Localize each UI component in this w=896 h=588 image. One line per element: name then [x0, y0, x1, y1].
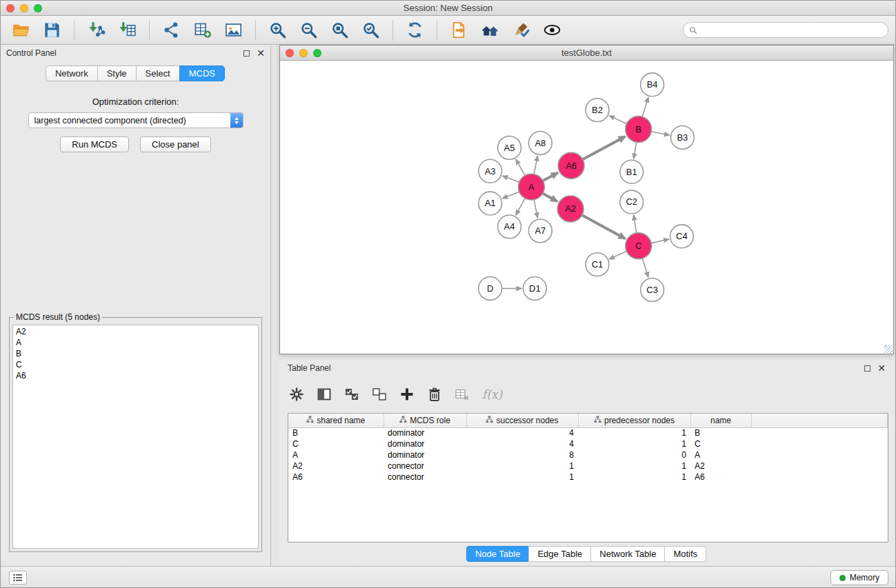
- mcds-result-item[interactable]: A6: [16, 370, 255, 381]
- graph-node-A2[interactable]: [557, 196, 584, 222]
- graph-node-B2[interactable]: [586, 99, 609, 122]
- graph-edge-A-A1[interactable]: [502, 192, 519, 199]
- zoom-in-button[interactable]: [264, 19, 291, 41]
- column-header-name[interactable]: name: [690, 414, 751, 427]
- close-network-window-button[interactable]: [286, 49, 294, 57]
- graph-node-B1[interactable]: [620, 160, 644, 183]
- export-network-button[interactable]: [158, 19, 185, 41]
- tab-node-table[interactable]: Node Table: [466, 546, 530, 562]
- graph-edge-B-B2[interactable]: [609, 116, 626, 124]
- table-row[interactable]: A6connector11A6: [288, 472, 888, 483]
- run-mcds-button[interactable]: Run MCDS: [60, 136, 129, 152]
- mcds-result-item[interactable]: A2: [16, 326, 255, 337]
- mcds-result-item[interactable]: C: [16, 359, 255, 370]
- graph-node-B3[interactable]: [670, 126, 694, 150]
- search-field[interactable]: [683, 22, 888, 38]
- add-column-button[interactable]: [398, 385, 416, 403]
- window-resize-handle[interactable]: [884, 345, 893, 353]
- tab-mcds[interactable]: MCDS: [179, 65, 225, 81]
- graph-node-A6[interactable]: [558, 152, 584, 179]
- table-row[interactable]: Adominator80A: [288, 449, 888, 460]
- float-table-panel-icon[interactable]: [864, 365, 870, 372]
- mcds-result-list[interactable]: A2ABCA6: [12, 325, 259, 549]
- graph-edge-A6-B[interactable]: [583, 136, 626, 159]
- show-panels-button[interactable]: [9, 571, 27, 585]
- graph-node-B[interactable]: [626, 116, 652, 143]
- graph-edge-A-A7[interactable]: [534, 200, 537, 219]
- table-row[interactable]: A2connector11A2: [288, 460, 888, 472]
- save-session-button[interactable]: [39, 19, 66, 41]
- function-builder-button[interactable]: f(x): [481, 386, 504, 403]
- deselect-all-button[interactable]: [370, 385, 388, 403]
- graph-edge-B-B1[interactable]: [634, 142, 637, 159]
- network-graph[interactable]: B4B2BB3A5A8A6A3B1AC2A1A2A4A7C4CC1C3DD1: [280, 61, 893, 354]
- float-panel-icon[interactable]: [243, 50, 250, 57]
- column-header-mcds-role[interactable]: MCDS role: [384, 414, 466, 427]
- tab-motifs[interactable]: Motifs: [664, 546, 706, 562]
- tab-edge-table[interactable]: Edge Table: [528, 546, 591, 562]
- graph-node-A3[interactable]: [479, 159, 502, 183]
- column-header-successor-nodes[interactable]: successor nodes: [466, 414, 578, 427]
- table-row[interactable]: Cdominator41C: [288, 438, 888, 449]
- open-file-button[interactable]: [446, 19, 472, 41]
- close-table-panel-icon[interactable]: ✕: [877, 365, 886, 372]
- graph-edge-A-A4[interactable]: [516, 199, 526, 216]
- zoom-selected-button[interactable]: [357, 19, 384, 41]
- toggle-visibility-button[interactable]: [539, 19, 566, 41]
- zoom-out-button[interactable]: [295, 19, 322, 41]
- graph-edge-C-C1[interactable]: [609, 252, 626, 259]
- export-image-button[interactable]: [220, 19, 247, 41]
- import-table-button[interactable]: [114, 19, 141, 41]
- select-all-button[interactable]: [343, 385, 361, 403]
- refresh-button[interactable]: [401, 19, 428, 41]
- search-input[interactable]: [701, 26, 882, 35]
- graph-node-D1[interactable]: [523, 277, 546, 301]
- graph-node-A5[interactable]: [498, 136, 521, 159]
- graph-edge-A-A8[interactable]: [534, 156, 537, 174]
- graph-node-C1[interactable]: [586, 253, 609, 276]
- tab-network[interactable]: Network: [46, 65, 98, 81]
- open-session-button[interactable]: [8, 19, 34, 41]
- graph-edge-A-A5[interactable]: [516, 159, 525, 176]
- graph-node-A7[interactable]: [528, 219, 552, 243]
- graph-node-C2[interactable]: [620, 190, 644, 214]
- mcds-result-item[interactable]: B: [16, 348, 255, 359]
- delete-column-button[interactable]: [426, 385, 444, 403]
- graph-edge-A-A2[interactable]: [543, 193, 557, 201]
- column-header-shared-name[interactable]: shared name: [288, 414, 384, 427]
- graph-edge-C-C3[interactable]: [642, 258, 648, 278]
- show-columns-button[interactable]: [315, 385, 333, 403]
- graph-node-A8[interactable]: [528, 131, 552, 154]
- table-row[interactable]: Bdominator41B: [288, 427, 888, 438]
- graph-edge-B-B4[interactable]: [642, 97, 648, 117]
- minimize-network-window-button[interactable]: [299, 49, 308, 57]
- zoom-window-button[interactable]: [34, 4, 42, 12]
- mcds-result-item[interactable]: A: [16, 337, 255, 348]
- graph-edge-A-A3[interactable]: [502, 176, 519, 182]
- graph-node-C4[interactable]: [670, 225, 693, 248]
- import-network-button[interactable]: [83, 19, 110, 41]
- close-panel-button[interactable]: Close panel: [140, 136, 211, 152]
- apply-style-button[interactable]: [508, 19, 535, 41]
- export-table-button[interactable]: [189, 19, 216, 41]
- graph-edge-A2-C[interactable]: [582, 215, 626, 239]
- tab-style[interactable]: Style: [97, 65, 137, 81]
- graph-node-B4[interactable]: [641, 73, 664, 97]
- optimization-criterion-select[interactable]: largest connected component (directed): [28, 112, 243, 128]
- zoom-fit-button[interactable]: [326, 19, 353, 41]
- graph-edge-C-C2[interactable]: [634, 215, 637, 233]
- graph-edge-C-C4[interactable]: [651, 239, 669, 243]
- tab-select[interactable]: Select: [136, 65, 180, 81]
- graph-node-C[interactable]: [626, 233, 652, 259]
- table-options-button[interactable]: [288, 385, 306, 403]
- home-button[interactable]: [477, 19, 504, 41]
- zoom-network-window-button[interactable]: [313, 49, 321, 57]
- memory-button[interactable]: Memory: [830, 570, 888, 585]
- graph-node-A1[interactable]: [479, 192, 502, 215]
- graph-edge-A-A6[interactable]: [543, 173, 558, 181]
- column-header-predecessor-nodes[interactable]: predecessor nodes: [578, 414, 690, 427]
- graph-node-A4[interactable]: [498, 215, 521, 239]
- graph-node-C3[interactable]: [641, 278, 664, 302]
- close-window-button[interactable]: [6, 4, 14, 12]
- delete-table-button[interactable]: [453, 385, 471, 403]
